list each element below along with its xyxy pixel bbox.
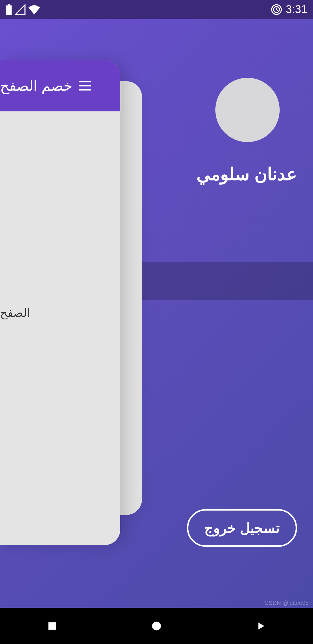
main-page-card[interactable]: خصم الصفح الصفح bbox=[0, 60, 120, 545]
watermark: CSDN @jcLee95 bbox=[264, 600, 309, 606]
menu-toggle-button[interactable] bbox=[79, 81, 91, 91]
page-title: خصم الصفح bbox=[0, 77, 72, 94]
status-left bbox=[6, 4, 40, 15]
signal-icon bbox=[15, 4, 26, 15]
status-bar: 3:31 bbox=[0, 0, 313, 19]
navigation-bar bbox=[0, 608, 313, 644]
nav-recent-button[interactable] bbox=[46, 620, 58, 632]
page-body-text: الصفح bbox=[0, 306, 30, 319]
clock-time: 3:31 bbox=[286, 3, 307, 16]
svg-point-13 bbox=[152, 621, 161, 630]
nav-back-button[interactable] bbox=[255, 620, 267, 632]
svg-rect-12 bbox=[48, 622, 56, 630]
avatar[interactable] bbox=[215, 78, 280, 142]
battery-icon bbox=[6, 4, 12, 15]
nav-home-button[interactable] bbox=[151, 620, 162, 632]
status-right: 3:31 bbox=[271, 3, 307, 16]
wifi-icon bbox=[28, 4, 40, 15]
alarm-icon bbox=[271, 4, 282, 15]
user-name: عدنان سلومي bbox=[196, 164, 297, 184]
logout-button[interactable]: تسجيل خروج bbox=[187, 509, 297, 547]
app-bar: خصم الصفح bbox=[0, 60, 120, 111]
